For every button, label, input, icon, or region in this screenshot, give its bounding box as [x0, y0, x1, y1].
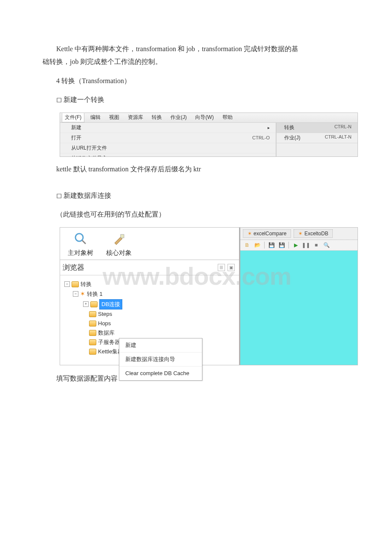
- transformation-icon: [298, 231, 303, 237]
- paragraph-intro: Kettle 中有两种脚本文件，transformation 和 job，tra…: [43, 43, 358, 69]
- paragraph-ktr: kettle 默认 transformation 文件保存后后缀名为 ktr: [43, 163, 358, 176]
- menubar-item-view[interactable]: 视图: [107, 113, 122, 122]
- preview-icon[interactable]: 🔍: [323, 242, 330, 249]
- menubar-item-file[interactable]: 文件(F): [62, 113, 84, 122]
- save-icon[interactable]: 💾: [268, 242, 275, 249]
- tree-trans1[interactable]: 转换 1: [87, 289, 103, 299]
- tree-root[interactable]: 转换: [81, 280, 92, 289]
- new-file-icon[interactable]: 🗎: [244, 242, 251, 249]
- dropdown-new[interactable]: 新建 ▸: [60, 123, 276, 133]
- menubar-item-edit[interactable]: 编辑: [88, 113, 103, 122]
- folder-icon: [89, 321, 96, 327]
- menubar-item-trans[interactable]: 转换: [149, 113, 164, 122]
- paragraph-new-db: ◻ 新建数据库连接: [43, 189, 358, 202]
- folder-icon: [89, 339, 96, 345]
- stop-icon[interactable]: ■: [313, 242, 320, 249]
- paragraph-link-note: （此链接也可在用到的节点处配置）: [43, 208, 358, 221]
- dropdown-open[interactable]: 打开 CTRL-O: [60, 133, 276, 143]
- file-dropdown: 新建 ▸ 打开 CTRL-O 从URL打开文件 从XML文件导入 CTRL-I …: [60, 123, 276, 157]
- dropdown-import-xml[interactable]: 从XML文件导入 CTRL-I: [60, 153, 276, 157]
- screenshot-tree-context: www.bdocx.com 主对象树 核心对象: [60, 227, 358, 365]
- tree-subserver[interactable]: 子服务器: [98, 338, 120, 347]
- context-clear-cache[interactable]: Clear complete DB Cache: [119, 367, 202, 380]
- menubar-item-job[interactable]: 作业(J): [168, 113, 189, 122]
- toggle-minus-icon[interactable]: −: [73, 291, 78, 297]
- brush-icon: [112, 232, 126, 247]
- tab-exceltodb[interactable]: ExceltoDB: [294, 229, 333, 238]
- toggle-minus-icon[interactable]: −: [64, 281, 70, 287]
- svg-rect-2: [121, 234, 124, 238]
- tree-steps[interactable]: Steps: [98, 309, 112, 319]
- paragraph-new-trans: ◻ 新建一个转换: [43, 93, 358, 106]
- tree-db-connection[interactable]: DB连接: [99, 299, 122, 309]
- right-tabs: excelCompare ExceltoDB: [240, 228, 357, 240]
- folder-icon: [89, 330, 96, 336]
- tab-core-objects[interactable]: 核心对象: [106, 232, 132, 257]
- browser-row: 浏览器 ☰ ▣: [60, 260, 239, 275]
- separator: [288, 242, 289, 249]
- submenu-transformation[interactable]: 转换 CTRL-N: [277, 123, 357, 133]
- tab-main-tree[interactable]: 主对象树: [68, 232, 93, 257]
- tree-hops[interactable]: Hops: [98, 319, 111, 328]
- folder-icon: [89, 349, 96, 355]
- tab-excelcompare[interactable]: excelCompare: [243, 229, 291, 238]
- open-folder-icon[interactable]: 📂: [254, 242, 261, 249]
- tree-databases[interactable]: 数据库: [98, 328, 115, 338]
- toggle-plus-icon[interactable]: +: [83, 301, 89, 307]
- context-new[interactable]: 新建: [119, 338, 202, 353]
- heading-4: 4 转换（Transformation）: [43, 75, 358, 87]
- svg-line-1: [82, 240, 86, 244]
- folder-icon: [90, 301, 98, 307]
- new-submenu: 转换 CTRL-N 作业(J) CTRL-ALT-N: [276, 123, 357, 157]
- canvas-toolbar: 🗎 📂 💾 💾 ▶ ❚❚ ■ 🔍: [240, 240, 357, 251]
- context-new-wizard[interactable]: 新建数据库连接向导: [119, 353, 202, 367]
- pause-icon[interactable]: ❚❚: [303, 242, 309, 249]
- menubar: 文件(F) 编辑 视图 资源库 转换 作业(J) 向导(W) 帮助: [60, 113, 357, 123]
- play-icon[interactable]: ▶: [292, 242, 299, 249]
- menubar-item-repo[interactable]: 资源库: [125, 113, 146, 122]
- separator: [264, 242, 265, 249]
- submenu-job[interactable]: 作业(J) CTRL-ALT-N: [277, 133, 357, 143]
- magnifier-icon: [74, 232, 87, 247]
- dropdown-open-url[interactable]: 从URL打开文件: [60, 143, 276, 153]
- db-context-menu: 新建 新建数据库连接向导 Clear complete DB Cache: [119, 338, 202, 381]
- save-as-icon[interactable]: 💾: [278, 242, 285, 249]
- tree-panel: − 转换 − 转换 1 + DB连接: [60, 275, 239, 365]
- menubar-item-help[interactable]: 帮助: [220, 113, 235, 122]
- list-icon[interactable]: ☰: [218, 264, 225, 271]
- submenu-arrow-icon: ▸: [268, 125, 270, 130]
- folder-icon: [89, 311, 96, 317]
- transformation-icon: [80, 289, 85, 299]
- expand-icon[interactable]: ▣: [228, 264, 235, 271]
- menubar-item-wizard[interactable]: 向导(W): [193, 113, 216, 122]
- transformation-icon: [248, 231, 252, 237]
- screenshot-file-menu: 文件(F) 编辑 视图 资源库 转换 作业(J) 向导(W) 帮助 新建 ▸ 打…: [60, 113, 358, 157]
- folder-icon: [72, 281, 79, 287]
- svg-point-0: [75, 234, 83, 241]
